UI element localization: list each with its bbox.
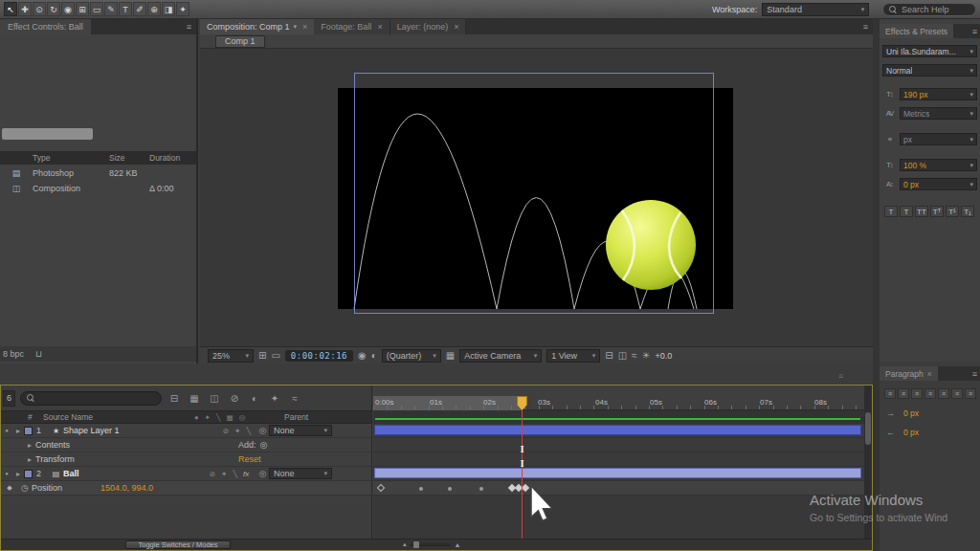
close-icon[interactable]: × xyxy=(302,22,307,32)
faux-style-button[interactable]: T xyxy=(900,206,913,217)
justify-all-icon[interactable]: ≡ xyxy=(965,388,976,399)
playhead-line[interactable] xyxy=(522,410,523,539)
tab-composition-comp1[interactable]: Composition: Comp 1 ▾ × xyxy=(200,19,314,34)
keyframe[interactable] xyxy=(377,484,385,492)
puppet-pin-tool-icon[interactable]: ✦ xyxy=(176,2,189,16)
layer-bar-shape-layer-1[interactable] xyxy=(374,425,861,435)
reset-link[interactable]: Reset xyxy=(238,454,261,464)
faux-style-button[interactable]: TT xyxy=(915,206,928,217)
horizontal-scrollbar-thumb[interactable] xyxy=(2,128,93,140)
faux-style-button[interactable]: T₁ xyxy=(961,206,974,217)
workspace-dropdown[interactable]: Standard ▾ xyxy=(762,3,869,16)
twirl-icon[interactable]: ▸ xyxy=(12,427,24,435)
font-family-dropdown[interactable]: Uni Ila.Sundaram... ▾ xyxy=(882,45,977,57)
baseline-shift-dropdown[interactable]: 0 px ▾ xyxy=(900,178,977,190)
eraser-tool-icon[interactable]: ◨ xyxy=(162,2,175,16)
font-size-dropdown[interactable]: 190 px ▾ xyxy=(900,88,977,100)
add-shape-icon[interactable]: ◎ xyxy=(260,440,268,450)
project-item-photoshop[interactable]: ▤ Photoshop 822 KB xyxy=(0,165,196,181)
column-type[interactable]: Type xyxy=(33,153,109,163)
fx-badge[interactable]: fx xyxy=(243,470,256,478)
brush-tool-icon[interactable]: ✐ xyxy=(133,2,146,16)
tab-layer-none[interactable]: Layer: (none) × xyxy=(390,19,467,34)
shape-tool-icon[interactable]: ▭ xyxy=(90,2,103,16)
live-update-icon[interactable]: ▦ xyxy=(187,390,202,406)
twirl-icon[interactable]: ▸ xyxy=(24,455,35,464)
align-right-icon[interactable]: ≡ xyxy=(911,388,923,399)
hide-shy-layers-icon[interactable]: ⊘ xyxy=(227,390,242,406)
layer-row-shape-layer-1[interactable]: ● ▸ 1 ★ Shape Layer 1 ⊘ ✦ ╲ ◎ None ▾ xyxy=(1,424,371,438)
position-value[interactable]: 1504.0, 994.0 xyxy=(100,483,153,493)
group-row-contents[interactable]: ▸ Contents Add: ◎ xyxy=(1,438,371,452)
align-left-icon[interactable]: ≡ xyxy=(884,388,896,399)
fast-preview-icon[interactable]: ⊟ xyxy=(605,350,612,361)
pickwhip-icon[interactable]: ◎ xyxy=(256,426,269,435)
panel-menu-icon[interactable]: ≡ xyxy=(863,22,873,32)
project-item-composition[interactable]: ◫ Composition Δ 0:00 xyxy=(0,181,196,196)
layer-row-ball[interactable]: ● ▸ 2 ▤ Ball ⊘ ✦ ╲ fx ◎ None ▾ xyxy=(1,467,371,481)
keyframe-roving[interactable] xyxy=(479,487,483,491)
keyframe-navigator-icon[interactable]: ◆ xyxy=(1,484,18,492)
justify-last-right-icon[interactable]: ≡ xyxy=(951,388,963,399)
chevron-down-icon[interactable]: ▾ xyxy=(294,23,298,31)
tab-paragraph[interactable]: Paragraph × xyxy=(880,366,938,381)
faux-style-button[interactable]: T xyxy=(884,206,898,217)
vertical-scale-dropdown[interactable]: 100 % ▾ xyxy=(900,159,977,171)
zoom-slider-thumb[interactable] xyxy=(413,541,419,548)
close-icon[interactable]: × xyxy=(377,22,382,32)
twirl-icon[interactable]: ▸ xyxy=(24,441,35,450)
label-color-chip[interactable] xyxy=(24,470,33,478)
comp-mini-flowchart-icon[interactable]: ⊟ xyxy=(167,390,182,406)
close-icon[interactable]: × xyxy=(927,369,932,379)
group-name[interactable]: Contents xyxy=(35,440,70,450)
flowchart-icon[interactable]: ≈ xyxy=(632,350,637,361)
group-name[interactable]: Transform xyxy=(35,454,75,464)
faux-style-button[interactable]: T¹ xyxy=(946,206,959,217)
font-style-dropdown[interactable]: Normal ▾ xyxy=(882,64,977,77)
exposure-icon[interactable]: ☀ xyxy=(642,350,651,361)
toggle-switches-modes-button[interactable]: Toggle Switches / Modes xyxy=(125,540,231,549)
clone-stamp-tool-icon[interactable]: ⊕ xyxy=(147,2,161,16)
trash-icon[interactable]: ⊔ xyxy=(35,349,42,359)
frame-blending-icon[interactable]: ◐ xyxy=(247,390,262,406)
snapshot-icon[interactable]: ◉ xyxy=(358,350,367,361)
pickwhip-icon[interactable]: ◎ xyxy=(256,469,269,478)
panel-menu-icon[interactable]: ≡ xyxy=(187,22,191,32)
group-row-transform[interactable]: ▸ Transform Reset xyxy=(1,452,371,467)
rotation-tool-icon[interactable]: ↻ xyxy=(47,2,60,16)
show-channels-icon[interactable]: ◐ xyxy=(371,350,377,361)
zoom-slider[interactable] xyxy=(411,543,451,546)
column-source-name[interactable]: Source Name xyxy=(43,412,194,422)
tab-effect-controls[interactable]: Effect Controls: Ball xyxy=(0,19,91,34)
type-tool-icon[interactable]: T xyxy=(119,2,132,16)
zoom-out-icon[interactable]: ▴ xyxy=(403,540,407,548)
panel-menu-icon[interactable]: ≡ xyxy=(972,369,977,379)
graph-editor-icon[interactable]: ≈ xyxy=(287,390,302,406)
keyframe-roving[interactable] xyxy=(419,487,423,491)
magnification-dropdown[interactable]: 25% ▾ xyxy=(208,349,254,363)
time-ruler[interactable]: 0:00s 01s 02s 03s 04s 05s 06s 07s 08s xyxy=(373,386,864,410)
timeline-vertical-scrollbar[interactable] xyxy=(864,386,872,539)
zoom-in-icon[interactable]: ▲ xyxy=(455,541,461,548)
layer-switches-icons[interactable]: ⊘ ✦ ╲ xyxy=(174,427,256,435)
property-row-position[interactable]: ◆ ◷ Position 1504.0, 994.0 xyxy=(1,481,371,496)
view-layout-dropdown[interactable]: 1 View ▾ xyxy=(546,349,600,363)
layer-name[interactable]: Shape Layer 1 xyxy=(63,426,174,435)
layer-bar-ball[interactable] xyxy=(374,468,861,478)
keyframe-roving[interactable] xyxy=(448,487,452,491)
column-parent[interactable]: Parent xyxy=(284,412,371,422)
indent-left-value[interactable]: 0 px xyxy=(903,408,919,418)
scrollbar-thumb[interactable] xyxy=(865,412,871,445)
exposure-value[interactable]: +0.0 xyxy=(656,351,673,361)
transparency-grid-icon[interactable]: ▦ xyxy=(446,350,455,361)
property-name[interactable]: Position xyxy=(32,483,62,493)
draft-3d-icon[interactable]: ◫ xyxy=(207,390,222,406)
tab-footage-ball[interactable]: Footage: Ball × xyxy=(314,19,390,34)
label-color-chip[interactable] xyxy=(24,427,33,435)
parent-dropdown[interactable]: None ▾ xyxy=(269,425,332,436)
layer-switches-icons[interactable]: ⊘ ✦ ╲ xyxy=(174,470,243,478)
tracking-dropdown[interactable]: px ▾ xyxy=(900,133,977,145)
selection-tool-icon[interactable]: ↖ xyxy=(4,2,17,16)
video-eye-icon[interactable]: ● xyxy=(1,471,12,476)
timeline-search-box[interactable] xyxy=(20,391,162,406)
